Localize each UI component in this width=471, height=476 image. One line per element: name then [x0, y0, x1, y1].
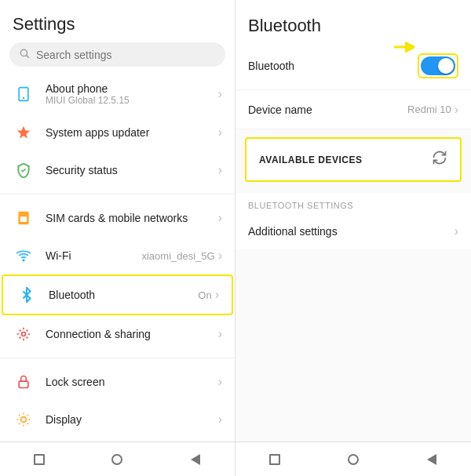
right-header: Bluetooth	[236, 0, 471, 42]
chevron-icon: ›	[218, 327, 222, 341]
phone-icon	[13, 83, 35, 105]
nav-square-button[interactable]	[30, 450, 49, 469]
security-icon	[13, 159, 35, 181]
nav-home-icon	[111, 454, 122, 465]
connection-text: Connection & sharing	[46, 328, 218, 340]
nav-back-icon	[191, 454, 200, 465]
sidebar-item-about-phone[interactable]: About phone MIUI Global 12.5.15 ›	[0, 74, 235, 114]
system-apps-text: System apps updater	[46, 126, 218, 139]
svg-marker-4	[17, 126, 31, 139]
svg-point-0	[20, 49, 27, 56]
toggle-track	[421, 56, 455, 75]
nav-back-button[interactable]	[186, 450, 205, 469]
left-panel: Settings About phone	[0, 0, 236, 476]
connection-icon	[13, 323, 35, 345]
right-bottom-nav	[236, 441, 471, 476]
svg-line-18	[27, 415, 28, 416]
chevron-icon: ›	[218, 211, 222, 225]
refresh-icon[interactable]	[432, 150, 447, 169]
svg-line-15	[19, 415, 20, 416]
sidebar-item-sim[interactable]: SIM cards & mobile networks ›	[0, 199, 235, 237]
bluetooth-toggle-switch[interactable]	[421, 56, 455, 75]
chevron-icon: ›	[455, 103, 458, 117]
svg-line-16	[27, 423, 28, 424]
divider	[0, 358, 235, 358]
chevron-icon: ›	[218, 163, 222, 177]
chevron-icon: ›	[455, 224, 458, 238]
left-bottom-nav	[0, 441, 235, 476]
right-panel: Bluetooth Bluetooth	[236, 0, 471, 476]
bluetooth-toggle-item[interactable]: Bluetooth	[236, 42, 471, 90]
security-text: Security status	[46, 164, 218, 176]
display-icon	[13, 409, 35, 431]
lock-icon	[13, 371, 35, 393]
search-bar[interactable]	[9, 42, 225, 67]
chevron-icon: ›	[218, 249, 222, 263]
left-panel-content: Settings About phone	[0, 0, 235, 441]
bluetooth-icon	[16, 284, 38, 306]
wifi-text: Wi-Fi	[46, 249, 141, 262]
display-text: Display	[46, 413, 218, 426]
svg-point-10	[21, 417, 27, 423]
bt-settings-section-label: BLUETOOTH SETTINGS	[236, 193, 471, 213]
right-nav-back-icon	[427, 454, 436, 465]
bluetooth-settings-section: BLUETOOTH SETTINGS Additional settings ›	[236, 193, 471, 249]
sidebar-item-display[interactable]: Display ›	[0, 401, 235, 438]
divider	[0, 194, 235, 194]
bluetooth-toggle-wrapper	[418, 53, 458, 78]
bluetooth-settings-list: Bluetooth	[236, 42, 471, 129]
lock-screen-text: Lock screen	[46, 376, 218, 388]
about-phone-text: About phone MIUI Global 12.5.15	[46, 82, 218, 106]
right-panel-content: Bluetooth Bluetooth	[236, 0, 471, 441]
search-input[interactable]	[36, 49, 216, 61]
sim-text: SIM cards & mobile networks	[46, 212, 218, 224]
chevron-icon: ›	[218, 87, 222, 101]
chevron-icon: ›	[218, 375, 222, 389]
svg-point-8	[22, 332, 26, 336]
svg-rect-6	[20, 216, 27, 222]
sidebar-item-bluetooth[interactable]: Bluetooth On ›	[2, 274, 233, 315]
search-icon	[19, 48, 30, 61]
sidebar-item-lock-screen[interactable]: Lock screen ›	[0, 363, 235, 401]
right-nav-back-button[interactable]	[422, 450, 441, 469]
chevron-icon: ›	[218, 125, 222, 140]
right-nav-home-icon	[348, 454, 359, 465]
sidebar-item-sound[interactable]: Sound & vibration ›	[0, 438, 235, 441]
sim-icon	[13, 207, 35, 229]
bluetooth-page-title: Bluetooth	[248, 16, 458, 36]
nav-square-icon	[34, 454, 45, 465]
additional-settings-item[interactable]: Additional settings ›	[236, 213, 471, 249]
right-nav-square-button[interactable]	[265, 450, 284, 469]
chevron-icon: ›	[218, 412, 222, 427]
chevron-icon: ›	[215, 288, 219, 302]
right-nav-square-icon	[269, 454, 280, 465]
svg-line-17	[19, 423, 20, 424]
right-nav-home-button[interactable]	[344, 450, 363, 469]
svg-line-1	[27, 56, 29, 58]
sidebar-item-system-apps[interactable]: System apps updater ›	[0, 114, 235, 151]
device-name-item[interactable]: Device name Redmi 10 ›	[236, 90, 471, 129]
arrow-indicator	[392, 41, 414, 60]
svg-point-7	[23, 260, 24, 261]
system-apps-icon	[13, 122, 35, 144]
sidebar-item-security[interactable]: Security status ›	[0, 151, 235, 189]
toggle-thumb	[438, 58, 454, 74]
bluetooth-text: Bluetooth	[49, 289, 198, 301]
available-devices-box[interactable]: AVAILABLE DEVICES	[245, 137, 462, 182]
sidebar-item-wifi[interactable]: Wi-Fi xiaomi_desi_5G ›	[0, 237, 235, 274]
svg-rect-9	[19, 381, 28, 387]
wifi-icon	[13, 245, 35, 267]
nav-home-button[interactable]	[108, 450, 126, 469]
available-devices-header: AVAILABLE DEVICES	[246, 139, 460, 180]
sidebar-item-connection[interactable]: Connection & sharing ›	[0, 315, 235, 353]
settings-list: About phone MIUI Global 12.5.15 › System…	[0, 74, 235, 441]
available-devices-section: AVAILABLE DEVICES	[240, 137, 466, 182]
settings-title: Settings	[0, 0, 235, 42]
